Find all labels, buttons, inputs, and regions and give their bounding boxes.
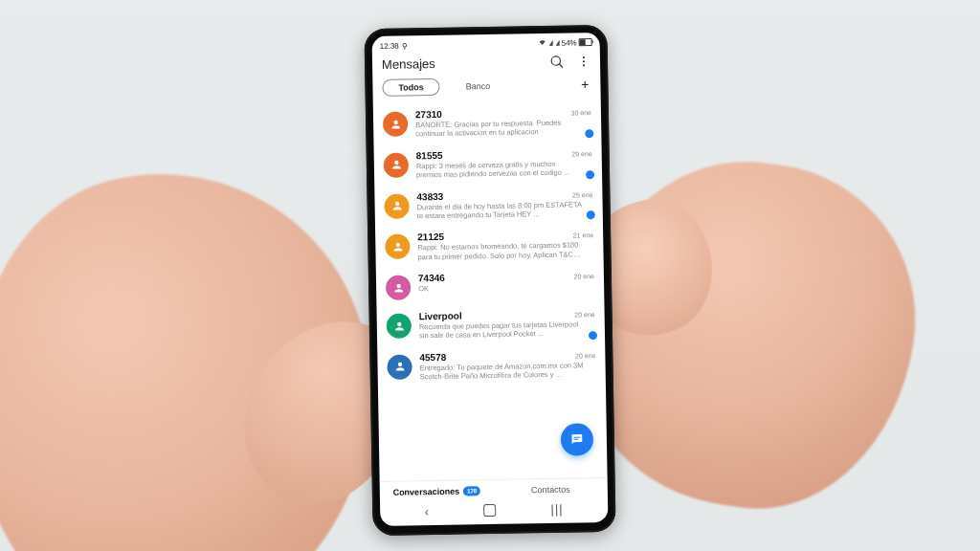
avatar [386, 275, 411, 299]
app-title: Mensajes [382, 56, 435, 72]
app-header: Mensajes [372, 50, 600, 79]
conversation-item[interactable]: 4383325 eneDurante el dia de hoy hasta l… [380, 183, 597, 228]
status-time: 12:38 [380, 41, 399, 50]
tab-conversations-label: Conversaciones [392, 487, 459, 497]
sender-name: 74346 [418, 273, 445, 283]
status-notification-icon: ⚲ [402, 41, 408, 50]
screen: 12:38 ⚲ 54% Mensajes [372, 33, 609, 526]
unread-indicator-icon [586, 170, 594, 179]
avatar [387, 354, 412, 379]
unread-indicator-icon [585, 129, 593, 138]
message-date: 29 ene [571, 150, 592, 157]
person-icon [393, 361, 406, 373]
person-icon [392, 281, 405, 294]
person-icon [390, 118, 402, 130]
wifi-icon [539, 38, 546, 48]
conversation-item[interactable]: 4557820 eneEntregado: Tu paquete de Amaz… [383, 343, 600, 388]
message-preview: Rappi: 3 meses de cerveza gratis y mucho… [416, 159, 592, 180]
message-date: 25 ene [572, 191, 593, 198]
battery-text: 54% [562, 38, 577, 47]
conversation-item[interactable]: 2112521 eneRappi: No estamos bromeando, … [381, 223, 598, 268]
message-preview: Entregado: Tu paquete de Amazon.com.mx c… [420, 361, 596, 382]
message-preview: Recuerda que puedes pagar tus tarjetas L… [419, 320, 595, 341]
more-options-icon[interactable] [577, 55, 590, 68]
message-date: 20 ene [573, 273, 594, 279]
nav-back-icon[interactable]: ‹ [425, 504, 430, 518]
message-date: 30 ene [570, 109, 591, 116]
avatar [387, 313, 412, 338]
message-date: 20 ene [575, 352, 596, 359]
sender-name: 27310 [415, 109, 442, 120]
message-preview: OK [418, 281, 594, 294]
right-hand [566, 142, 936, 528]
svg-rect-4 [574, 439, 579, 440]
nav-home-icon[interactable] [483, 503, 496, 516]
message-date: 20 ene [574, 311, 595, 318]
add-filter-button[interactable]: + [581, 77, 590, 91]
conversation-item[interactable]: 7434620 eneOK [382, 264, 599, 306]
android-nav-bar: ‹ ||| [380, 496, 608, 526]
svg-point-2 [583, 64, 585, 66]
avatar [385, 234, 410, 259]
svg-rect-3 [574, 437, 581, 438]
person-icon [392, 320, 405, 332]
nav-recent-icon[interactable]: ||| [550, 501, 563, 516]
svg-point-1 [583, 60, 585, 62]
conversations-badge: 178 [463, 486, 480, 496]
conversation-item[interactable]: 8155529 eneRappi: 3 meses de cerveza gra… [380, 142, 597, 187]
person-icon [391, 240, 404, 253]
filter-chip-bank[interactable]: Banco [450, 77, 507, 96]
scene-background: 12:38 ⚲ 54% Mensajes [0, 0, 980, 551]
avatar [384, 193, 409, 218]
sender-name: 81555 [416, 150, 443, 161]
chat-icon [569, 431, 585, 447]
conversation-item[interactable]: 2731030 eneBANORTE: Gracias por tu respu… [379, 100, 596, 145]
tab-contacts-label: Contactos [531, 485, 570, 496]
unread-indicator-icon [589, 331, 597, 340]
message-preview: Durante el dia de hoy hasta las 8:00 pm … [417, 200, 593, 221]
tab-contacts[interactable]: Contactos [494, 484, 608, 496]
sender-name: 43833 [416, 190, 443, 201]
filter-chip-all[interactable]: Todos [382, 78, 440, 97]
conversation-item[interactable]: Liverpool20 eneRecuerda que puedes pagar… [382, 302, 599, 347]
sender-name: 21125 [417, 231, 444, 242]
svg-point-0 [583, 56, 585, 58]
tab-conversations[interactable]: Conversaciones 178 [380, 486, 494, 497]
person-icon [390, 200, 403, 212]
phone-frame: 12:38 ⚲ 54% Mensajes [364, 25, 615, 536]
person-icon [390, 159, 402, 171]
search-icon[interactable] [550, 55, 564, 68]
message-preview: BANORTE: Gracias por tu respuesta. Puede… [415, 118, 591, 139]
avatar [384, 152, 409, 177]
message-date: 21 ene [573, 231, 594, 238]
signal-icon-2 [556, 40, 560, 46]
sender-name: Liverpool [419, 311, 462, 322]
sender-name: 45578 [419, 352, 446, 363]
avatar [383, 111, 408, 136]
message-preview: Rappi: No estamos bromeando, te cargamos… [417, 240, 593, 261]
signal-icon-1 [549, 40, 553, 46]
battery-icon [579, 38, 592, 46]
